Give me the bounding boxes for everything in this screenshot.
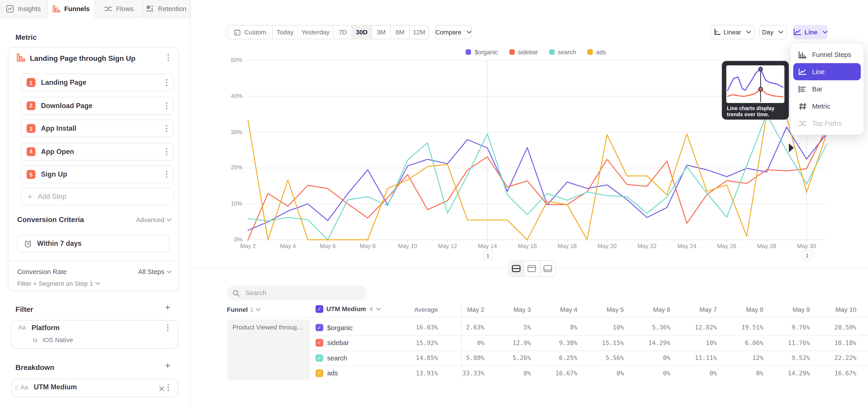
range-yesterday[interactable]: Yesterday <box>298 26 334 39</box>
step-number-badge: 1 <box>27 78 35 87</box>
cell-value: 0% <box>440 339 485 346</box>
range-30d[interactable]: 30D <box>352 26 372 39</box>
tab-insights[interactable]: Insights <box>0 0 48 18</box>
close-icon[interactable] <box>159 384 164 394</box>
filter-kebab-icon[interactable] <box>166 324 169 332</box>
chevron-down-icon <box>746 31 751 34</box>
add-step-button[interactable]: + Add Step <box>21 188 174 205</box>
view-toggle-panel-bottom[interactable] <box>540 261 555 276</box>
range-6m[interactable]: 6M <box>391 26 410 39</box>
annotation-marker[interactable]: 1 <box>802 250 812 260</box>
column-header-may-7: May 7 <box>673 306 717 313</box>
filter-value[interactable]: iOS Native <box>43 337 73 343</box>
view-toggle-split-horizontal[interactable] <box>509 261 524 276</box>
step-kebab-icon[interactable] <box>165 101 168 109</box>
row-checkbox-sidebar[interactable]: ✓ <box>315 339 323 346</box>
conversion-rate-label: Conversion Rate <box>17 268 67 276</box>
range-12m[interactable]: 12M <box>410 26 428 39</box>
scale-dropdown[interactable]: Linear <box>710 25 754 39</box>
step-kebab-icon[interactable] <box>165 148 168 155</box>
range-today[interactable]: Today <box>273 26 298 39</box>
row-checkbox-search[interactable]: ✓ <box>315 354 323 362</box>
tab-retention[interactable]: Retention <box>143 0 191 18</box>
header-underline <box>227 317 868 317</box>
range-label: Custom <box>244 29 266 35</box>
menu-item-metric[interactable]: Metric <box>793 97 861 115</box>
x-tick-label: May 6 <box>312 243 343 249</box>
funnels-icon <box>53 5 60 12</box>
conversion-rate-dropdown[interactable]: All Steps <box>138 268 172 276</box>
panel-bottom-icon <box>543 265 553 273</box>
x-tick-label: May 12 <box>432 243 463 249</box>
legend-label: search <box>558 49 576 55</box>
row-divider <box>313 335 868 336</box>
legend-swatch <box>587 49 593 55</box>
view-toggle-panel-top[interactable] <box>524 261 540 276</box>
chevron-down-icon <box>778 31 783 34</box>
cell-value: 9.76% <box>766 324 810 331</box>
legend-item-search[interactable]: search <box>549 49 576 55</box>
range-custom[interactable]: Custom <box>228 26 273 39</box>
funnel-metric-icon <box>17 53 25 64</box>
step-kebab-icon[interactable] <box>165 170 168 178</box>
step-kebab-icon[interactable] <box>165 79 168 86</box>
drag-handle-icon[interactable] <box>14 384 19 394</box>
add-filter-button[interactable]: + <box>165 302 170 313</box>
range-3m[interactable]: 3M <box>372 26 391 39</box>
funnel-step-2[interactable]: 2 Download Page <box>21 97 174 114</box>
funnel-kebab-icon[interactable] <box>167 54 169 62</box>
range-7d[interactable]: 7D <box>334 26 352 39</box>
advanced-dropdown[interactable]: Advanced <box>136 217 172 223</box>
filter-operator[interactable]: Is <box>33 337 37 343</box>
compare-button[interactable]: Compare <box>435 25 472 39</box>
legend-item-sidebar[interactable]: sidebar <box>509 49 538 55</box>
tab-label: Retention <box>158 5 186 12</box>
funnel-steps-icon <box>798 51 807 58</box>
menu-item-line[interactable]: Line <box>793 63 861 80</box>
menu-item-label: Funnel Steps <box>812 51 851 58</box>
cell-value: 5% <box>487 324 531 331</box>
column-header-may-8: May 8 <box>719 306 763 313</box>
menu-item-label: Line <box>812 68 825 75</box>
select-all-checkbox[interactable]: ✓ <box>315 305 323 312</box>
funnel-column-header[interactable]: Funnel1 <box>227 306 261 313</box>
step-kebab-icon[interactable] <box>165 125 168 132</box>
conversion-criteria-label: Conversion Criteria <box>17 216 84 224</box>
cell-value: 6.25% <box>533 354 577 362</box>
add-breakdown-button[interactable]: + <box>165 361 170 372</box>
funnel-step-4[interactable]: 4 App Open <box>21 143 174 160</box>
breakdown-item-utm-medium[interactable]: Aa UTM Medium <box>11 379 178 397</box>
filter-segment-dropdown[interactable]: Filter + Segment on Step 1 <box>17 280 100 287</box>
chevron-down-icon <box>467 31 471 34</box>
annotation-marker[interactable]: 1 <box>483 250 493 260</box>
chart-type-dropdown[interactable]: Line <box>793 25 828 39</box>
filter-item-platform[interactable]: Aa Platform Is iOS Native <box>11 320 178 349</box>
funnel-step-5[interactable]: 5 Sign Up <box>21 165 174 183</box>
funnel-step-1[interactable]: 1 Landing Page <box>21 74 174 91</box>
funnel-step-3[interactable]: 3 App Install <box>21 120 174 137</box>
cell-value: 20.59% <box>812 324 857 331</box>
legend-item-ads[interactable]: ads <box>587 49 606 55</box>
conversion-window-button[interactable]: Within 7 days <box>17 235 169 252</box>
row-checkbox-organic[interactable]: ✓ <box>315 323 323 331</box>
row-label-organic: $organic <box>327 323 352 331</box>
range-label: 7D <box>339 29 347 35</box>
search-input[interactable] <box>244 288 357 298</box>
table-search[interactable] <box>227 286 366 300</box>
column-header-average: Average <box>394 306 438 313</box>
menu-item-bar[interactable]: Bar <box>793 80 861 97</box>
linear-scale-icon <box>714 28 721 36</box>
tab-label: Funnels <box>64 5 90 12</box>
breakdown-column-header[interactable]: ✓UTM Medium4 <box>315 305 381 312</box>
tab-funnels[interactable]: Funnels <box>48 0 95 18</box>
cell-value: 0% <box>487 370 531 377</box>
legend-item-organic[interactable]: $organic <box>466 49 498 55</box>
cell-value: 5.56% <box>580 354 624 362</box>
cell-value: 0% <box>673 370 717 377</box>
breakdown-kebab-icon[interactable] <box>167 384 169 392</box>
card-divider <box>8 261 177 261</box>
interval-dropdown[interactable]: Day <box>759 25 786 39</box>
row-checkbox-ads[interactable]: ✓ <box>315 369 323 377</box>
menu-item-funnel-steps[interactable]: Funnel Steps <box>793 46 861 63</box>
tab-flows[interactable]: Flows <box>95 0 143 18</box>
